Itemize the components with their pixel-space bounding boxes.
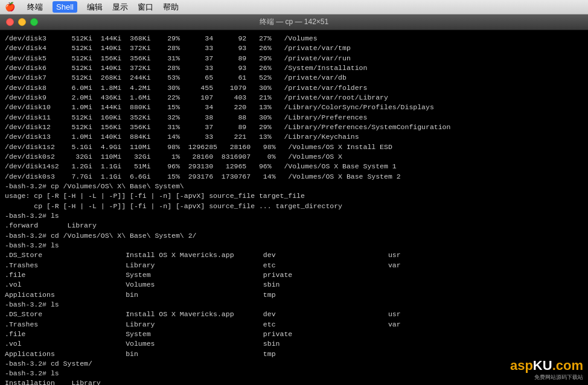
menu-view[interactable]: 显示 [112, 2, 128, 13]
menu-terminal[interactable]: 终端 [27, 2, 43, 13]
watermark-asp-text: asp [510, 358, 533, 373]
apple-menu[interactable]: 🍎 [5, 2, 15, 12]
menu-window[interactable]: 窗口 [138, 2, 153, 13]
close-button[interactable] [6, 18, 14, 26]
menu-edit[interactable]: 编辑 [87, 2, 103, 13]
menu-shell[interactable]: Shell [53, 1, 77, 13]
watermark-ku-text: KU [533, 358, 552, 373]
menu-bar: 🍎 终端 Shell 编辑 显示 窗口 帮助 [0, 0, 588, 14]
title-bar: 终端 — cp — 142×51 [0, 14, 588, 30]
window-title: 终端 — cp — 142×51 [260, 17, 328, 27]
watermark-com: com [556, 358, 583, 373]
watermark-logo: aspKU.com [510, 359, 583, 372]
minimize-button[interactable] [18, 18, 26, 26]
terminal-window: 终端 — cp — 142×51 /dev/disk3 512Ki 144Ki … [0, 14, 588, 385]
menu-help[interactable]: 帮助 [163, 2, 179, 13]
watermark-subtitle: 免费网站源码下载站 [534, 374, 583, 381]
terminal-content[interactable]: /dev/disk3 512Ki 144Ki 368Ki 29% 34 92 2… [0, 30, 588, 385]
window-buttons [6, 18, 38, 26]
maximize-button[interactable] [30, 18, 38, 26]
watermark: aspKU.com 免费网站源码下载站 [510, 359, 583, 381]
